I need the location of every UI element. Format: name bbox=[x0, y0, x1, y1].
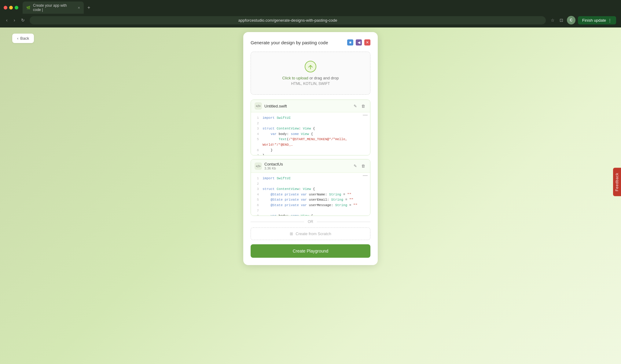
delete-button-1[interactable]: 🗑 bbox=[360, 103, 366, 109]
code-line: 2 bbox=[255, 121, 366, 126]
code-block-icon-1: </> bbox=[255, 102, 262, 110]
code-line: 3struct ContentView: View { bbox=[255, 187, 366, 192]
back-label: Back bbox=[20, 36, 29, 41]
page-body: ‹ Back Generate your design by pasting c… bbox=[0, 27, 621, 364]
code-line: 5 @State private var userEmail: String =… bbox=[255, 197, 366, 203]
code-body-1: 1import SwiftUI 2 3struct ContentView: V… bbox=[251, 112, 370, 155]
finish-update-icon: ⋮ bbox=[608, 18, 612, 23]
create-from-scratch-button[interactable]: ⊞ Create from Scratch bbox=[251, 228, 370, 240]
card-header-icons: ■ ◀ ✕ bbox=[347, 39, 370, 46]
code-line: 8 var body: some View { bbox=[255, 213, 366, 216]
collapse-bar-2[interactable] bbox=[363, 175, 368, 176]
collapse-bar-1[interactable] bbox=[363, 115, 368, 115]
feedback-label: Feedback bbox=[615, 173, 619, 191]
upload-text-after: or drag and drop bbox=[309, 76, 339, 80]
code-line: 1import SwiftUI bbox=[255, 176, 366, 181]
tab-favicon: 🌿 bbox=[26, 6, 31, 10]
code-block-header-contactus: </> ContactUs 3.36 Kb ✎ 🗑 bbox=[251, 159, 370, 173]
back-nav-button[interactable]: ‹ bbox=[5, 16, 9, 24]
code-block-name-1: Untitled.swift bbox=[264, 104, 287, 108]
browser-chrome: 🌿 Create your app with code | ✕ + ‹ › ↻ … bbox=[0, 0, 621, 27]
code-line: 3struct ContentView: View { bbox=[255, 126, 366, 132]
create-playground-button[interactable]: Create Playground bbox=[251, 244, 370, 258]
code-line: 4 var body: some View { bbox=[255, 132, 366, 137]
edit-button-2[interactable]: ✎ bbox=[352, 163, 358, 169]
code-block-actions-1: ✎ 🗑 bbox=[352, 103, 366, 109]
or-divider: OR bbox=[251, 220, 370, 224]
code-block-header-untitled: </> Untitled.swift ✎ 🗑 bbox=[251, 100, 370, 112]
create-playground-label: Create Playground bbox=[293, 249, 329, 253]
code-block-contactus: </> ContactUs 3.36 Kb ✎ 🗑 1import SwiftU… bbox=[251, 159, 370, 216]
user-avatar[interactable]: C bbox=[567, 16, 575, 24]
code-body-2: 1import SwiftUI 2 3struct ContentView: V… bbox=[251, 173, 370, 216]
extension-button[interactable]: ⊡ bbox=[558, 16, 564, 24]
code-line: 6 } bbox=[255, 148, 366, 153]
upload-zone[interactable]: Click to upload or drag and drop HTML, K… bbox=[251, 52, 370, 95]
active-tab[interactable]: 🌿 Create your app with code | ✕ bbox=[23, 2, 84, 14]
or-line-left bbox=[251, 222, 304, 222]
fullscreen-traffic-light[interactable] bbox=[15, 6, 18, 9]
code-line: 2 bbox=[255, 181, 366, 187]
code-block-title-wrap: </> Untitled.swift bbox=[255, 102, 287, 110]
reload-button[interactable]: ↻ bbox=[20, 16, 26, 24]
header-icon-red[interactable]: ✕ bbox=[364, 39, 370, 46]
upload-icon bbox=[304, 60, 317, 73]
upload-text: Click to upload or drag and drop bbox=[257, 76, 364, 80]
url-input[interactable] bbox=[30, 16, 546, 24]
code-line: 5 Text(/*@START_MENU_TOKEN@*/"Hello, Wor… bbox=[255, 137, 366, 147]
upload-link[interactable]: Click to upload bbox=[282, 76, 308, 80]
feedback-tab[interactable]: Feedback bbox=[613, 168, 621, 196]
traffic-lights bbox=[4, 6, 18, 9]
header-icon-blue[interactable]: ■ bbox=[347, 39, 353, 46]
code-block-name-2: ContactUs bbox=[264, 162, 283, 166]
edit-button-1[interactable]: ✎ bbox=[352, 103, 358, 109]
finish-update-button[interactable]: Finish update ⋮ bbox=[578, 16, 616, 24]
minimize-traffic-light[interactable] bbox=[9, 6, 13, 9]
upload-formats: HTML, KOTLIN, SWIFT bbox=[257, 82, 364, 86]
code-block-untitled: </> Untitled.swift ✎ 🗑 1import SwiftUI 2… bbox=[251, 100, 370, 155]
back-button[interactable]: ‹ Back bbox=[12, 34, 34, 43]
scratch-icon: ⊞ bbox=[290, 231, 293, 236]
tab-close-button[interactable]: ✕ bbox=[78, 6, 80, 9]
main-card: Generate your design by pasting code ■ ◀… bbox=[243, 32, 378, 265]
browser-actions: ☆ ⊡ C Finish update ⋮ bbox=[549, 16, 616, 24]
header-icon-purple[interactable]: ◀ bbox=[356, 39, 362, 46]
tab-label: Create your app with code | bbox=[33, 3, 75, 12]
close-traffic-light[interactable] bbox=[4, 6, 7, 9]
code-block-title-wrap-2: </> ContactUs 3.36 Kb bbox=[255, 162, 283, 170]
card-header: Generate your design by pasting code ■ ◀… bbox=[251, 39, 370, 46]
new-tab-button[interactable]: + bbox=[85, 4, 93, 12]
or-label: OR bbox=[308, 220, 313, 224]
forward-nav-button[interactable]: › bbox=[13, 16, 17, 24]
code-line: 7 bbox=[255, 208, 366, 214]
finish-update-label: Finish update bbox=[582, 18, 606, 23]
code-block-icon-2: </> bbox=[255, 162, 262, 170]
card-title: Generate your design by pasting code bbox=[251, 40, 328, 45]
code-line: 6 @State private var userMessage: String… bbox=[255, 203, 366, 208]
back-arrow-icon: ‹ bbox=[17, 36, 18, 41]
code-line: 1import SwiftUI bbox=[255, 115, 366, 121]
or-line-right bbox=[317, 222, 370, 222]
code-line: 4 @State private var userName: String = … bbox=[255, 192, 366, 198]
code-line: 7} bbox=[255, 153, 366, 155]
address-bar: ‹ › ↻ ☆ ⊡ C Finish update ⋮ bbox=[0, 13, 621, 27]
code-block-actions-2: ✎ 🗑 bbox=[352, 163, 366, 169]
bookmark-button[interactable]: ☆ bbox=[549, 16, 556, 24]
tab-bar: 🌿 Create your app with code | ✕ + bbox=[0, 0, 621, 13]
delete-button-2[interactable]: 🗑 bbox=[360, 163, 366, 169]
code-block-size-2: 3.36 Kb bbox=[264, 166, 283, 170]
create-scratch-label: Create from Scratch bbox=[296, 231, 331, 236]
